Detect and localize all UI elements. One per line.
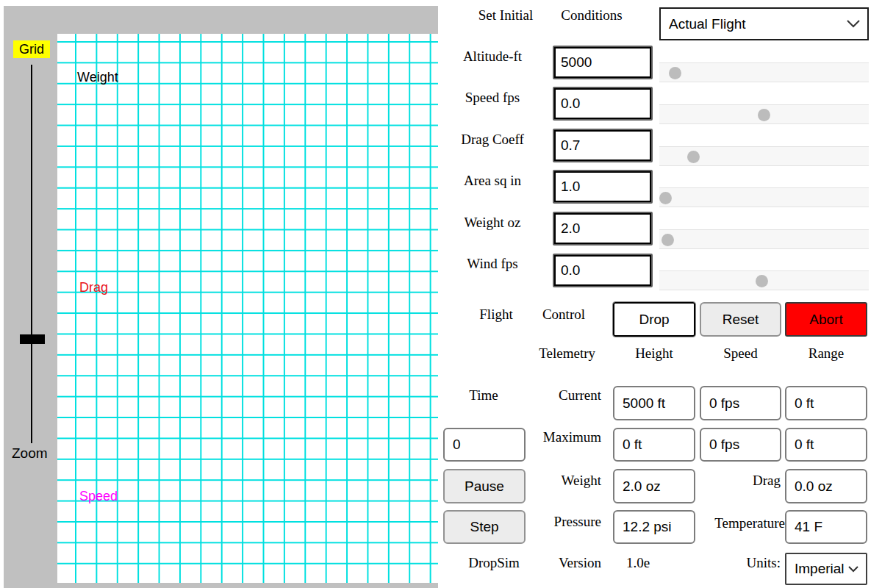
units-label: Units: <box>694 555 781 571</box>
weight-telemetry-label: Weight <box>514 473 601 489</box>
current-range-value: 0 ft <box>785 386 867 420</box>
abort-button[interactable]: Abort <box>785 302 867 337</box>
speed-column-label: Speed <box>700 345 781 362</box>
control-label: Control <box>512 306 585 323</box>
wind-input[interactable]: 0.0 <box>553 254 653 287</box>
weight-curve-label: Weight <box>77 70 118 85</box>
speed-slider[interactable] <box>659 104 869 124</box>
drag-telemetry-value: 0.0 oz <box>785 469 867 503</box>
area-label: Area sq in <box>441 173 544 189</box>
weight-slider[interactable] <box>659 229 869 249</box>
current-height-value: 5000 ft <box>613 386 695 420</box>
area-slider[interactable] <box>659 187 869 207</box>
chevron-down-icon <box>847 20 860 28</box>
drag-coeff-input[interactable]: 0.7 <box>553 129 653 162</box>
zoom-slider[interactable] <box>20 65 45 443</box>
altitude-label: Altitude-ft <box>441 49 544 65</box>
units-select-value: Imperial <box>795 561 845 577</box>
time-value: 0 <box>443 428 526 462</box>
weight-telemetry-value: 2.0 oz <box>613 469 695 503</box>
drag-curve-label: Drag <box>79 280 108 295</box>
altitude-slider-thumb[interactable] <box>669 67 681 79</box>
area-slider-thumb[interactable] <box>659 192 672 204</box>
zoom-slider-handle[interactable] <box>20 334 45 344</box>
zoom-slider-track[interactable] <box>31 65 32 443</box>
speed-slider-thumb[interactable] <box>758 109 770 121</box>
preset-select[interactable]: Actual Flight <box>659 7 869 40</box>
plot-area: Weight Drag Speed <box>57 34 438 583</box>
chevron-down-icon <box>848 566 858 573</box>
wind-label: Wind fps <box>441 256 544 272</box>
units-select[interactable]: Imperial <box>785 553 867 585</box>
maximum-range-value: 0 ft <box>785 428 867 462</box>
weight-slider-thumb[interactable] <box>662 234 674 246</box>
wind-slider-thumb[interactable] <box>756 275 768 287</box>
maximum-label: Maximum <box>514 429 601 445</box>
height-column-label: Height <box>613 345 695 362</box>
maximum-height-value: 0 ft <box>613 428 695 462</box>
speed-input[interactable]: 0.0 <box>553 87 653 121</box>
speed-label: Speed fps <box>441 90 544 106</box>
wind-slider[interactable] <box>659 270 869 290</box>
reset-button[interactable]: Reset <box>700 302 781 337</box>
drag-coeff-slider[interactable] <box>659 146 869 166</box>
grid-toggle-button[interactable]: Grid <box>13 40 50 58</box>
conditions-label: Conditions <box>549 7 634 24</box>
step-button[interactable]: Step <box>443 510 526 544</box>
plot-panel: Weight Drag Speed Grid Zoom <box>4 6 438 588</box>
version-label: Version <box>514 555 601 571</box>
pause-button[interactable]: Pause <box>443 469 526 503</box>
pressure-label: Pressure <box>514 514 601 530</box>
version-number: 1.0e <box>626 555 678 571</box>
pressure-value: 12.2 psi <box>613 510 695 544</box>
maximum-speed-value: 0 fps <box>700 428 781 462</box>
temperature-label: Temperature <box>694 515 785 531</box>
range-column-label: Range <box>785 345 867 362</box>
current-label: Current <box>514 387 601 404</box>
drop-button[interactable]: Drop <box>613 302 695 337</box>
altitude-input[interactable]: 5000 <box>553 46 653 79</box>
weight-oz-input[interactable]: 2.0 <box>553 212 653 245</box>
temperature-value: 41 F <box>785 510 867 544</box>
weight-oz-label: Weight oz <box>441 215 544 231</box>
drag-coeff-label: Drag Coeff <box>441 132 544 148</box>
speed-curve-label: Speed <box>79 489 118 503</box>
current-speed-value: 0 fps <box>700 386 781 420</box>
dropsim-window: Weight Drag Speed Grid Zoom Set Initial … <box>0 0 882 588</box>
time-label: Time <box>441 387 526 404</box>
telemetry-label: Telemetry <box>507 345 595 362</box>
area-input[interactable]: 1.0 <box>553 170 653 204</box>
zoom-label: Zoom <box>12 445 48 462</box>
drag-telemetry-label: Drag <box>694 473 781 489</box>
preset-select-value: Actual Flight <box>669 16 746 32</box>
altitude-slider[interactable] <box>659 62 869 82</box>
drag-coeff-slider-thumb[interactable] <box>687 151 700 163</box>
